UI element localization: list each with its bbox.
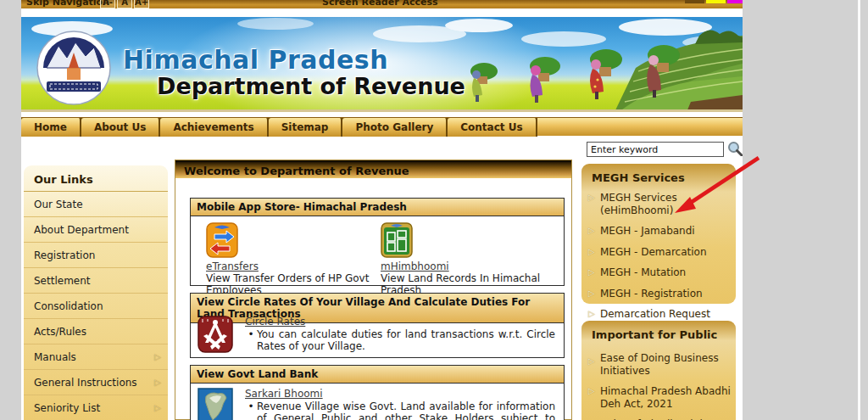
- accessibility-bar: Skip Navigation A- A A+ Screen Reader Ac…: [21, 0, 743, 8]
- sidebar-item-general-instructions[interactable]: General Instructions▷: [24, 370, 168, 395]
- bullet-arrow-icon: ▷: [588, 308, 595, 321]
- header-banner: Himachal Pradesh Department of Revenue: [21, 17, 743, 112]
- megh-services-panel: MEGH Services ▷MEGH Services (eHimBhoomi…: [581, 164, 736, 304]
- important-item-abadhi-deh-act[interactable]: ▷Himachal Pradesh Abadhi Deh Act, 2021: [581, 381, 736, 414]
- font-decrease-button[interactable]: A-: [100, 0, 115, 8]
- nav-filler: [537, 118, 743, 136]
- megh-item-jamabandi[interactable]: ▷MEGH - Jamabandi: [581, 221, 736, 242]
- mobile-app-store-box: Mobile App Store- Himachal Pradesh eTran…: [190, 198, 565, 286]
- page: Skip Navigation A- A A+ Screen Reader Ac…: [21, 0, 743, 420]
- bullet-arrow-icon: ▷: [588, 288, 595, 300]
- theme-color-swatch-yellow[interactable]: [706, 0, 726, 3]
- skip-navigation-link[interactable]: Skip Navigation: [26, 0, 109, 8]
- circle-rates-box: View Circle Rates Of Your Village And Ca…: [190, 293, 565, 358]
- theme-color-swatch-magenta[interactable]: [727, 0, 743, 3]
- sidebar-our-links: Our Links Our State About Department Reg…: [24, 165, 168, 420]
- submenu-arrow-icon: ▷: [154, 378, 161, 387]
- circle-rates-link[interactable]: Circle Rates: [245, 316, 305, 328]
- sidebar-item-settlement[interactable]: Settlement: [24, 268, 168, 294]
- search-input[interactable]: [587, 142, 724, 157]
- theme-color-swatch-brown[interactable]: [685, 0, 704, 3]
- box-heading: Mobile App Store- Himachal Pradesh: [191, 199, 564, 216]
- site-title: Himachal Pradesh: [123, 45, 388, 75]
- sarkari-bhoomi-bullet: Revenue Village wise Govt. Land availabl…: [257, 401, 559, 420]
- bullet-arrow-icon: ▷: [588, 246, 595, 259]
- site-subtitle: Department of Revenue: [157, 73, 465, 99]
- sidebar-item-seniority-list[interactable]: Seniority List▷: [24, 395, 168, 420]
- megh-item-ehimbhoomi[interactable]: ▷MEGH Services (eHimBhoomi): [581, 188, 736, 221]
- submenu-arrow-icon: ▷: [154, 403, 161, 412]
- svg-text:₹: ₹: [213, 334, 218, 343]
- font-normal-button[interactable]: A: [117, 0, 132, 8]
- terraced-fields: [615, 30, 743, 112]
- megh-item-mutation[interactable]: ▷MEGH - Mutation: [581, 262, 736, 283]
- screen-reader-access-link[interactable]: Screen Reader Access: [322, 0, 438, 8]
- bullet-arrow-icon: ▷: [588, 266, 595, 279]
- important-for-public-panel: Important for Public ▷Ease of Doing Busi…: [581, 321, 736, 420]
- sarkari-bhoomi-icon[interactable]: [198, 388, 233, 420]
- megh-services-title: MEGH Services: [581, 164, 736, 188]
- bullet-arrow-icon: ▷: [588, 385, 595, 398]
- nav-item-photo-gallery[interactable]: Photo Gallery: [342, 118, 448, 137]
- main-nav: Home About Us Achievements Sitemap Photo…: [21, 117, 743, 136]
- important-item-rules-of-abadi-deh[interactable]: ▷Rules of Abadi Deh in Himachal Pradesh: [581, 414, 736, 420]
- sidebar-title: Our Links: [24, 165, 168, 192]
- sarkari-bhoomi-link[interactable]: Sarkari Bhoomi: [245, 388, 323, 400]
- etransfers-link[interactable]: eTransfers: [206, 260, 259, 272]
- scrollbar-track[interactable]: [858, 0, 860, 420]
- main-content: Welcome to Department of Revenue Mobile …: [175, 160, 572, 420]
- font-increase-button[interactable]: A+: [134, 0, 149, 8]
- nav-item-sitemap[interactable]: Sitemap: [269, 118, 343, 137]
- circle-rates-bullet: You can calculate duties for land transa…: [257, 329, 559, 352]
- bullet-arrow-icon: ▷: [588, 225, 595, 238]
- circle-rates-icon[interactable]: ₹: [198, 316, 233, 353]
- etransfers-icon[interactable]: [206, 222, 238, 258]
- nav-item-about-us[interactable]: About Us: [81, 118, 160, 137]
- box-heading: View Govt Land Bank: [191, 366, 564, 384]
- search-icon[interactable]: [727, 141, 743, 156]
- sidebar-item-about-department[interactable]: About Department: [24, 217, 168, 243]
- sidebar-item-registration[interactable]: Registration: [24, 243, 168, 268]
- nav-item-home[interactable]: Home: [21, 118, 81, 137]
- important-item-ease-of-doing-business[interactable]: ▷Ease of Doing Business Initiatives: [581, 348, 736, 381]
- bullet-arrow-icon: ▷: [588, 356, 595, 368]
- sidebar-item-acts-rules[interactable]: Acts/Rules: [24, 319, 168, 344]
- nav-item-achievements[interactable]: Achievements: [160, 118, 268, 137]
- megh-item-demarcation[interactable]: ▷MEGH - Demarcation: [581, 242, 736, 263]
- mhimbhoomi-icon[interactable]: [381, 222, 413, 258]
- page-title: Welcome to Department of Revenue: [175, 160, 571, 178]
- sidebar-item-consolidation[interactable]: Consolidation: [24, 294, 168, 319]
- hp-emblem-logo: [37, 31, 110, 104]
- nav-item-contact-us[interactable]: Contact Us: [448, 118, 537, 137]
- submenu-arrow-icon: ▷: [154, 352, 161, 361]
- sidebar-item-manuals[interactable]: Manuals▷: [24, 344, 168, 370]
- govt-land-bank-box: View Govt Land Bank Sarkari Bhoomi • Rev…: [190, 365, 565, 420]
- important-for-public-title: Important for Public: [581, 321, 736, 344]
- mhimbhoomi-link[interactable]: mHimbhoomi: [381, 260, 449, 272]
- sidebar-item-our-state[interactable]: Our State: [24, 192, 168, 217]
- bullet-arrow-icon: ▷: [588, 192, 595, 204]
- megh-item-registration[interactable]: ▷MEGH - Registration: [581, 283, 736, 305]
